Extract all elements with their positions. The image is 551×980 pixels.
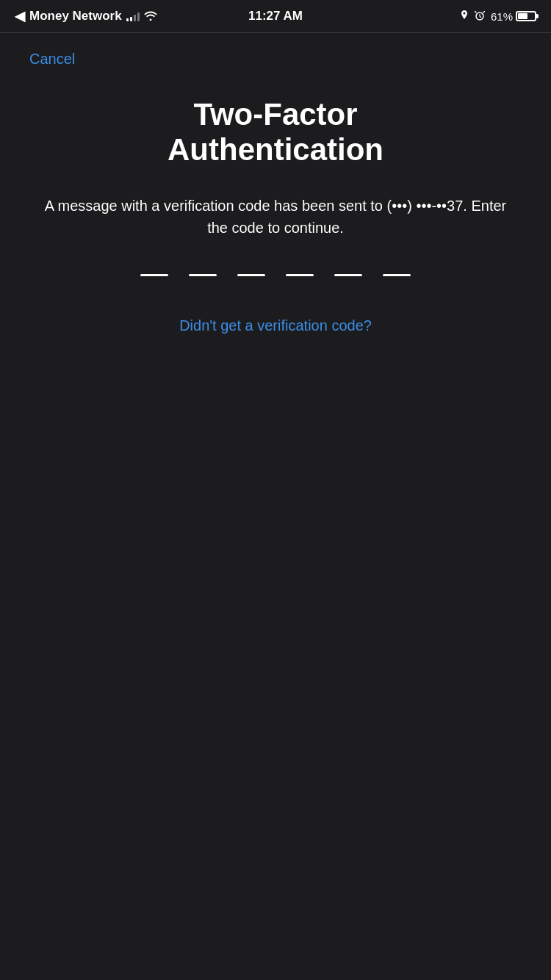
alarm-icon — [475, 10, 485, 23]
code-digit-2[interactable] — [189, 274, 217, 276]
main-content: Cancel Two-Factor Authentication A messa… — [0, 33, 551, 334]
resend-code-button[interactable]: Didn't get a verification code? — [29, 317, 522, 334]
title-line1: Two-Factor — [193, 97, 357, 131]
description-text: A message with a verification code has b… — [29, 195, 522, 239]
code-digit-6[interactable] — [383, 274, 411, 276]
battery-icon — [516, 11, 536, 21]
code-digit-1[interactable] — [140, 274, 168, 276]
battery-percentage: 61% — [491, 10, 513, 23]
status-bar-left: ◀ Money Network — [15, 8, 157, 24]
battery-indicator: 61% — [491, 10, 536, 23]
status-bar-right: 61% — [460, 10, 536, 23]
wifi-icon — [144, 10, 157, 23]
back-arrow-icon: ◀ — [15, 8, 25, 24]
page-title: Two-Factor Authentication — [29, 97, 522, 168]
carrier-name: Money Network — [29, 9, 122, 24]
code-digit-5[interactable] — [334, 274, 362, 276]
title-line2: Authentication — [168, 132, 383, 167]
location-icon — [460, 10, 469, 23]
signal-bars-icon — [126, 11, 140, 21]
code-digit-4[interactable] — [286, 274, 314, 276]
cancel-button[interactable]: Cancel — [29, 51, 75, 68]
status-bar: ◀ Money Network 11:27 AM — [0, 0, 551, 32]
code-digit-3[interactable] — [237, 274, 265, 276]
verification-code-input[interactable] — [29, 274, 522, 276]
battery-fill — [518, 13, 527, 19]
status-time: 11:27 AM — [248, 9, 303, 24]
